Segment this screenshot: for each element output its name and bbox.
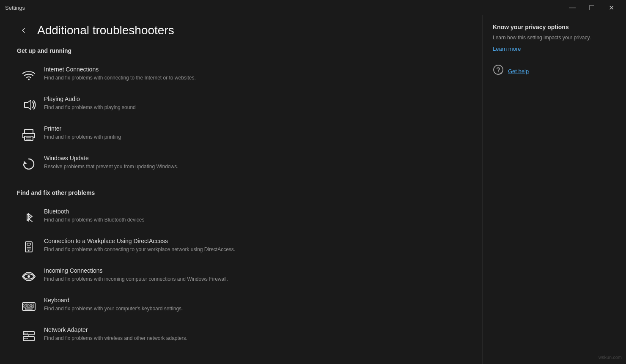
titlebar-left: Settings: [5, 5, 25, 11]
svg-marker-1: [25, 100, 31, 109]
item-keyboard-text: Keyboard Find and fix problems with your…: [44, 297, 462, 312]
svg-point-0: [28, 79, 30, 80]
svg-point-28: [25, 333, 26, 334]
item-incoming-connections-name: Incoming Connections: [44, 267, 462, 274]
svg-rect-18: [31, 304, 34, 305]
svg-point-29: [27, 333, 28, 334]
item-keyboard-name: Keyboard: [44, 297, 462, 304]
item-windows-update-name: Windows Update: [44, 155, 462, 161]
item-directaccess-desc: Find and fix problems with connecting to…: [44, 246, 462, 253]
learn-more-link[interactable]: Learn more: [493, 46, 521, 52]
svg-point-31: [498, 71, 499, 72]
svg-rect-20: [27, 306, 30, 307]
sidebar: Know your privacy options Learn how this…: [482, 15, 626, 364]
titlebar-controls: — ☐ ✕: [563, 1, 621, 14]
item-bluetooth-text: Bluetooth Find and fix problems with Blu…: [44, 208, 462, 224]
close-button[interactable]: ✕: [601, 1, 621, 14]
item-keyboard[interactable]: Keyboard Find and fix problems with your…: [17, 292, 465, 320]
privacy-section: Know your privacy options Learn how this…: [493, 24, 616, 52]
item-printer[interactable]: Printer Find and fix problems with print…: [17, 120, 465, 148]
item-playing-audio-text: Playing Audio Find and fix problems with…: [44, 96, 462, 111]
svg-rect-2: [25, 129, 33, 134]
item-keyboard-desc: Find and fix problems with your computer…: [44, 305, 462, 312]
item-playing-audio[interactable]: Playing Audio Find and fix problems with…: [17, 90, 465, 118]
privacy-desc: Learn how this setting impacts your priv…: [493, 34, 616, 41]
main-content: Additional troubleshooters Get up and ru…: [0, 15, 482, 364]
item-bluetooth-desc: Find and fix problems with Bluetooth dev…: [44, 216, 462, 224]
keyboard-icon: [20, 298, 37, 315]
privacy-title: Know your privacy options: [493, 24, 616, 30]
item-incoming-connections-desc: Find and fix problems with incoming comp…: [44, 276, 462, 283]
item-printer-name: Printer: [44, 125, 462, 132]
minimize-button[interactable]: —: [563, 1, 582, 14]
printer-icon: [20, 126, 37, 143]
svg-point-12: [28, 250, 30, 252]
section-get-up-running: Get up and running: [17, 47, 465, 54]
item-network-adapter-desc: Find and fix problems with wireless and …: [44, 335, 462, 342]
wifi-icon: [20, 67, 37, 84]
svg-rect-16: [26, 304, 28, 305]
incoming-icon: [20, 268, 37, 285]
item-directaccess-name: Connection to a Workplace Using DirectAc…: [44, 238, 462, 244]
update-icon: [20, 156, 37, 172]
svg-point-27: [27, 338, 28, 339]
svg-rect-22: [25, 308, 32, 309]
get-help-icon: [493, 64, 504, 78]
item-network-adapter[interactable]: Network Adapter Find and fix problems wi…: [17, 321, 465, 349]
item-internet-connections-name: Internet Connections: [44, 66, 462, 73]
svg-point-26: [25, 338, 26, 339]
back-header: Additional troubleshooters: [17, 24, 465, 37]
svg-rect-15: [24, 304, 25, 305]
item-windows-update[interactable]: Windows Update Resolve problems that pre…: [17, 150, 465, 178]
content-area: Additional troubleshooters Get up and ru…: [0, 15, 626, 364]
section-find-fix: Find and fix other problems: [17, 189, 465, 196]
maximize-button[interactable]: ☐: [582, 1, 601, 14]
item-playing-audio-name: Playing Audio: [44, 96, 462, 102]
back-button[interactable]: [17, 24, 30, 37]
watermark: wskun.com: [599, 355, 622, 360]
item-bluetooth[interactable]: Bluetooth Find and fix problems with Blu…: [17, 203, 465, 231]
item-incoming-connections[interactable]: Incoming Connections Find and fix proble…: [17, 262, 465, 290]
svg-rect-19: [24, 306, 26, 307]
page-title: Additional troubleshooters: [37, 24, 174, 37]
directaccess-icon: [20, 238, 37, 255]
item-printer-text: Printer Find and fix problems with print…: [44, 125, 462, 141]
titlebar: Settings — ☐ ✕: [0, 0, 626, 15]
get-help-link[interactable]: Get help: [508, 68, 529, 74]
svg-rect-21: [31, 306, 34, 307]
item-network-adapter-name: Network Adapter: [44, 326, 462, 333]
get-help-section[interactable]: Get help: [493, 64, 616, 78]
svg-rect-9: [27, 243, 30, 245]
item-playing-audio-desc: Find and fix problems with playing sound: [44, 104, 462, 111]
svg-point-13: [27, 275, 30, 278]
svg-rect-3: [25, 136, 33, 140]
network-icon: [20, 327, 37, 344]
titlebar-title: Settings: [5, 5, 25, 11]
svg-rect-17: [29, 304, 30, 305]
item-windows-update-text: Windows Update Resolve problems that pre…: [44, 155, 462, 170]
item-incoming-connections-text: Incoming Connections Find and fix proble…: [44, 267, 462, 283]
item-windows-update-desc: Resolve problems that prevent you from u…: [44, 163, 462, 170]
item-network-adapter-text: Network Adapter Find and fix problems wi…: [44, 326, 462, 342]
item-directaccess-text: Connection to a Workplace Using DirectAc…: [44, 238, 462, 253]
item-directaccess[interactable]: Connection to a Workplace Using DirectAc…: [17, 233, 465, 260]
item-bluetooth-name: Bluetooth: [44, 208, 462, 215]
svg-marker-6: [24, 161, 27, 164]
item-printer-desc: Find and fix problems with printing: [44, 134, 462, 141]
bluetooth-icon: [20, 209, 37, 226]
audio-icon: [20, 96, 37, 113]
item-internet-connections[interactable]: Internet Connections Find and fix proble…: [17, 61, 465, 89]
item-internet-connections-text: Internet Connections Find and fix proble…: [44, 66, 462, 82]
item-internet-connections-desc: Find and fix problems with connecting to…: [44, 74, 462, 82]
